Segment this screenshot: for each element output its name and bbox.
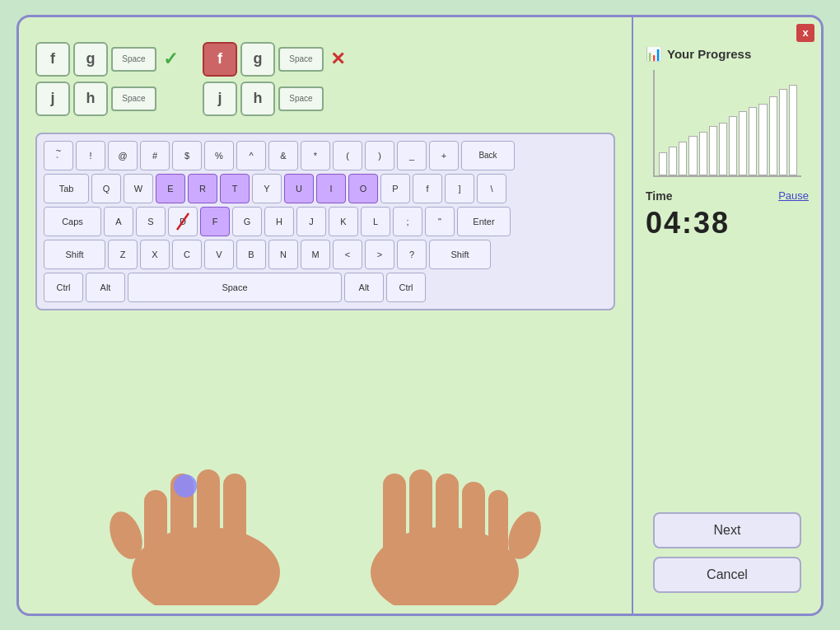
key-8[interactable]: *	[301, 141, 330, 170]
key-w[interactable]: W	[124, 174, 153, 203]
progress-bar-1	[669, 147, 677, 175]
time-section: Time Pause 04:38	[646, 189, 809, 240]
key-x[interactable]: X	[140, 240, 170, 269]
key-h-current: h	[240, 82, 275, 116]
key-j[interactable]: J	[296, 207, 326, 236]
key-comma[interactable]: <	[333, 240, 362, 269]
key-6[interactable]: ^	[236, 141, 266, 170]
app-container: f g Space ✓ j h Space f g Space ✕	[16, 15, 824, 616]
cancel-button[interactable]: Cancel	[653, 557, 801, 593]
key-z[interactable]: Z	[108, 240, 138, 269]
progress-title: Your Progress	[667, 47, 751, 61]
key-caps[interactable]: Caps	[44, 207, 101, 236]
svg-rect-5	[223, 474, 246, 568]
key-j-current: j	[203, 82, 237, 116]
key-semicolon[interactable]: ;	[393, 207, 422, 236]
key-l[interactable]: L	[361, 207, 390, 236]
key-t[interactable]: T	[220, 174, 250, 203]
progress-bar-7	[729, 116, 737, 175]
key-s[interactable]: S	[136, 207, 166, 236]
svg-rect-12	[488, 490, 508, 572]
progress-header: 📊 Your Progress	[646, 46, 751, 62]
completed-row2: j h Space	[35, 82, 178, 116]
key-backslash[interactable]: \	[477, 174, 506, 203]
keyboard-container: ~` ! @ # $ % ^ & * ( ) _ + Back T	[35, 133, 615, 310]
progress-bar-11	[769, 96, 777, 175]
key-equals[interactable]: +	[429, 141, 459, 170]
key-h[interactable]: H	[264, 207, 294, 236]
check-mark-icon: ✓	[163, 49, 178, 70]
key-space-completed: Space	[111, 47, 156, 72]
key-bracket-open[interactable]: f	[413, 174, 442, 203]
current-sequence: f g Space ✕ j h Space	[203, 42, 345, 116]
time-display: 04:38	[646, 206, 809, 240]
key-g[interactable]: G	[232, 207, 262, 236]
key-alt-right[interactable]: Alt	[344, 273, 384, 302]
progress-bar-8	[739, 111, 747, 175]
key-y[interactable]: Y	[252, 174, 282, 203]
key-n[interactable]: N	[268, 240, 298, 269]
key-space-keyboard[interactable]: Space	[128, 273, 342, 302]
key-e[interactable]: E	[156, 174, 185, 203]
key-d[interactable]: D	[168, 207, 198, 236]
key-9[interactable]: (	[333, 141, 362, 170]
key-ctrl-right[interactable]: Ctrl	[386, 273, 426, 302]
key-k[interactable]: K	[329, 207, 358, 236]
key-7[interactable]: &	[268, 141, 298, 170]
next-button[interactable]: Next	[653, 512, 801, 548]
close-button[interactable]: x	[796, 24, 814, 42]
current-row2: j h Space	[203, 82, 345, 116]
progress-bar-4	[699, 132, 707, 175]
key-a[interactable]: A	[104, 207, 133, 236]
key-enter[interactable]: Enter	[457, 207, 511, 236]
key-shift-left[interactable]: Shift	[44, 240, 105, 269]
key-b[interactable]: B	[236, 240, 266, 269]
key-5[interactable]: %	[204, 141, 234, 170]
key-ctrl-left[interactable]: Ctrl	[44, 273, 83, 302]
key-alt-left[interactable]: Alt	[86, 273, 125, 302]
pause-button[interactable]: Pause	[778, 189, 809, 202]
key-quote[interactable]: "	[425, 207, 455, 236]
kb-row-qwerty: Tab Q W E R T Y U I O P f ] \	[44, 174, 607, 203]
key-slash[interactable]: ?	[397, 240, 427, 269]
completed-sequence: f g Space ✓ j h Space	[35, 42, 178, 116]
key-4[interactable]: $	[172, 141, 202, 170]
key-m[interactable]: M	[301, 240, 330, 269]
time-header: Time Pause	[646, 189, 809, 203]
key-i[interactable]: I	[316, 174, 346, 203]
key-q[interactable]: Q	[91, 174, 121, 203]
svg-rect-9	[409, 469, 432, 572]
key-o[interactable]: O	[348, 174, 378, 203]
progress-bar-5	[709, 126, 717, 175]
key-3[interactable]: #	[140, 141, 170, 170]
key-tab[interactable]: Tab	[44, 174, 89, 203]
slash-overlay	[169, 208, 197, 236]
completed-row1: f g Space ✓	[35, 42, 178, 77]
key-minus[interactable]: _	[397, 141, 427, 170]
svg-line-0	[177, 213, 189, 230]
progress-bar-2	[679, 142, 687, 175]
key-u[interactable]: U	[284, 174, 314, 203]
key-space2-completed: Space	[111, 86, 156, 111]
key-p[interactable]: P	[380, 174, 410, 203]
key-bracket-close[interactable]: ]	[445, 174, 474, 203]
progress-bar-9	[749, 107, 757, 175]
svg-rect-2	[144, 490, 167, 572]
key-c[interactable]: C	[172, 240, 202, 269]
svg-rect-8	[383, 474, 406, 572]
key-period[interactable]: >	[365, 240, 394, 269]
key-1[interactable]: !	[76, 141, 105, 170]
key-0[interactable]: )	[365, 141, 394, 170]
key-v[interactable]: V	[204, 240, 234, 269]
key-f-current: f	[203, 42, 237, 77]
key-backspace[interactable]: Back	[461, 141, 515, 170]
progress-bar-13	[789, 85, 797, 175]
key-f-keyboard[interactable]: F	[200, 207, 230, 236]
key-r[interactable]: R	[188, 174, 217, 203]
progress-bar-10	[758, 104, 767, 175]
keyboard: ~` ! @ # $ % ^ & * ( ) _ + Back T	[35, 133, 615, 310]
progress-bar-12	[779, 89, 787, 175]
key-tilde[interactable]: ~`	[44, 141, 73, 170]
key-2[interactable]: @	[108, 141, 138, 170]
key-shift-right[interactable]: Shift	[429, 240, 491, 269]
